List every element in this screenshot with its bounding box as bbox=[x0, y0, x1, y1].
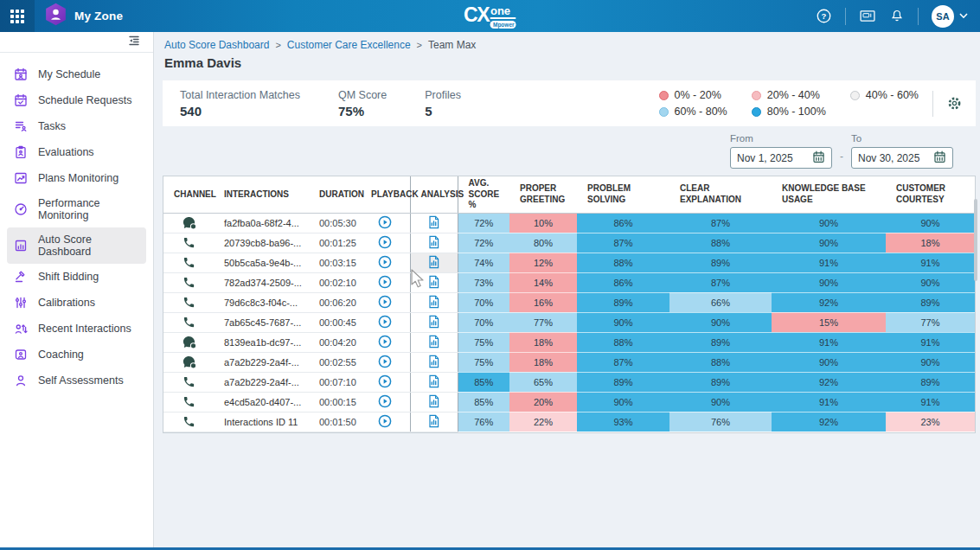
from-date-input[interactable]: Nov 1, 2025 bbox=[730, 147, 832, 169]
score-legend: 0% - 20%20% - 40%40% - 60%60% - 80%80% -… bbox=[659, 89, 919, 118]
stats-group: Total Interaction Matches540QM Score75%P… bbox=[180, 89, 461, 118]
score-cell-customer-courtesy: 91% bbox=[886, 332, 975, 352]
sidebar-item-schedule-requests[interactable]: Schedule Requests bbox=[7, 87, 146, 113]
play-icon[interactable] bbox=[378, 355, 392, 368]
sidebar-item-auto-score-dashboard[interactable]: Auto Score Dashboard bbox=[7, 227, 146, 264]
table-row: e4cd5a20-d407-...00:00:1585%20%90%90%91%… bbox=[163, 392, 975, 412]
play-icon[interactable] bbox=[378, 335, 392, 349]
table-scrollbar[interactable] bbox=[974, 199, 977, 281]
sidebar-item-self-assessments[interactable]: Self Assessments bbox=[7, 368, 146, 393]
plans-monitoring-icon bbox=[14, 171, 29, 185]
app-launcher-icon[interactable] bbox=[0, 0, 35, 32]
sidebar-item-recent-interactions[interactable]: Recent Interactions bbox=[7, 316, 146, 342]
analysis-cell bbox=[410, 352, 458, 372]
sidebar-item-calibrations[interactable]: Calibrations bbox=[7, 290, 146, 316]
interaction-id[interactable]: 782ad374-2509-... bbox=[214, 272, 309, 292]
sidebar-item-shift-bidding[interactable]: Shift Bidding bbox=[7, 264, 146, 290]
breadcrumb: Auto Score Dashboard>Customer Care Excel… bbox=[163, 39, 976, 51]
column-header-avg-score: AVG. SCORE % bbox=[458, 176, 509, 213]
sidebar-item-performance-monitoring[interactable]: Performance Monitoring bbox=[7, 191, 146, 227]
column-header-problem-solving: PROBLEM SOLVING bbox=[577, 176, 669, 213]
screen-share-icon[interactable] bbox=[859, 9, 876, 24]
analysis-icon[interactable] bbox=[427, 255, 440, 269]
sidebar-item-coaching[interactable]: Coaching bbox=[7, 342, 146, 368]
interaction-id[interactable]: a7a2b229-2a4f-... bbox=[214, 372, 309, 392]
interaction-id[interactable]: fa2fba0a-68f2-4... bbox=[214, 213, 309, 233]
analysis-icon[interactable] bbox=[427, 394, 440, 408]
sidebar-item-my-schedule[interactable]: My Schedule bbox=[7, 61, 146, 87]
calendar-icon[interactable] bbox=[812, 150, 825, 166]
phone-icon bbox=[183, 276, 195, 286]
bell-icon[interactable] bbox=[889, 8, 905, 24]
sidebar-item-tasks[interactable]: Tasks bbox=[7, 113, 146, 139]
analysis-cell bbox=[410, 372, 458, 392]
play-icon[interactable] bbox=[378, 215, 392, 229]
sidebar-item-plans-monitoring[interactable]: Plans Monitoring bbox=[7, 165, 146, 191]
analysis-icon[interactable] bbox=[427, 335, 440, 349]
score-cell-problem-solving: 90% bbox=[577, 312, 669, 332]
interaction-id[interactable]: Interactions ID 11 bbox=[214, 412, 309, 432]
user-menu[interactable]: SA bbox=[932, 5, 968, 28]
interaction-id[interactable]: 50b5ca5a-9e4b-... bbox=[214, 253, 309, 272]
legend-label: 0% - 20% bbox=[675, 89, 721, 101]
play-icon[interactable] bbox=[378, 414, 392, 428]
gear-icon[interactable] bbox=[947, 96, 962, 111]
product-switcher[interactable]: My Zone bbox=[35, 3, 133, 29]
legend-item-60-80: 60% - 80% bbox=[659, 106, 727, 118]
table-body: fa2fba0a-68f2-4...00:05:3072%10%86%87%90… bbox=[163, 213, 975, 432]
score-cell-customer-courtesy: 90% bbox=[886, 213, 975, 233]
analysis-icon[interactable] bbox=[427, 414, 440, 428]
score-cell-knowledge-base-usage: 90% bbox=[772, 272, 886, 292]
page-title: Emma Davis bbox=[164, 55, 976, 70]
play-icon[interactable] bbox=[378, 315, 392, 329]
play-icon[interactable] bbox=[378, 374, 392, 388]
interaction-id[interactable]: 20739cb8-ba96-... bbox=[214, 233, 309, 253]
sidebar-item-label: Calibrations bbox=[38, 297, 95, 309]
chat-icon bbox=[182, 336, 196, 346]
avatar[interactable]: SA bbox=[932, 5, 954, 28]
breadcrumb-link[interactable]: Auto Score Dashboard bbox=[164, 39, 269, 51]
play-icon[interactable] bbox=[378, 394, 392, 408]
interaction-id[interactable]: 7ab65c45-7687-... bbox=[214, 312, 309, 332]
play-icon[interactable] bbox=[378, 235, 392, 249]
legend-item-40-60: 40% - 60% bbox=[850, 89, 919, 101]
calendar-icon[interactable] bbox=[933, 150, 946, 166]
analysis-icon[interactable] bbox=[427, 215, 440, 229]
score-cell-customer-courtesy: 90% bbox=[886, 272, 975, 292]
sidebar-item-label: Coaching bbox=[38, 349, 84, 361]
analysis-icon[interactable] bbox=[427, 374, 440, 388]
analysis-icon[interactable] bbox=[427, 275, 440, 289]
myzone-hexagon-icon bbox=[45, 3, 67, 29]
to-date-input[interactable]: Nov 30, 2025 bbox=[851, 147, 953, 169]
stat-value: 540 bbox=[180, 104, 300, 118]
score-cell-knowledge-base-usage: 90% bbox=[772, 233, 886, 253]
analysis-icon[interactable] bbox=[427, 355, 440, 368]
breadcrumb-link[interactable]: Customer Care Excellence bbox=[287, 39, 411, 51]
legend-dot bbox=[752, 107, 761, 117]
analysis-icon[interactable] bbox=[427, 295, 440, 309]
main-content: Auto Score Dashboard>Customer Care Excel… bbox=[154, 32, 980, 547]
sidebar-item-evaluations[interactable]: Evaluations bbox=[7, 139, 146, 165]
score-cell-proper-greeting: 14% bbox=[509, 272, 577, 292]
analysis-icon[interactable] bbox=[427, 235, 440, 249]
analysis-icon[interactable] bbox=[427, 315, 440, 329]
shift-bidding-icon bbox=[14, 270, 29, 284]
help-icon[interactable]: ? bbox=[816, 8, 832, 24]
score-cell-customer-courtesy: 23% bbox=[886, 412, 975, 432]
phone-icon bbox=[183, 256, 195, 266]
interaction-id[interactable]: a7a2b229-2a4f-... bbox=[214, 352, 309, 372]
interaction-id[interactable]: e4cd5a20-d407-... bbox=[214, 392, 309, 412]
my-schedule-icon bbox=[14, 67, 29, 81]
sidebar-item-label: Schedule Requests bbox=[38, 94, 131, 106]
channel-cell bbox=[163, 372, 214, 392]
collapse-sidebar-icon[interactable] bbox=[127, 34, 141, 51]
topbar-divider bbox=[845, 8, 846, 25]
interaction-id[interactable]: 8139ea1b-dc97-... bbox=[214, 332, 309, 352]
play-icon[interactable] bbox=[378, 255, 392, 269]
legend-divider bbox=[932, 91, 933, 117]
performance-monitoring-icon bbox=[14, 202, 29, 216]
play-icon[interactable] bbox=[378, 275, 392, 289]
breadcrumb-current: Team Max bbox=[428, 39, 476, 51]
play-icon[interactable] bbox=[378, 295, 392, 309]
interaction-id[interactable]: 79d6c8c3-f04c-... bbox=[214, 292, 309, 312]
